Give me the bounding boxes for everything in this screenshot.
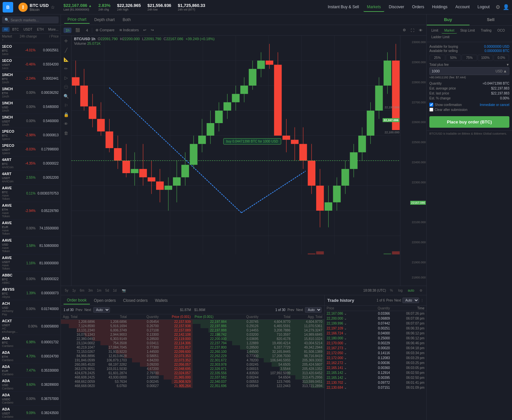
ob-prev-right[interactable]: Prev [287,308,294,312]
tab-open-orders[interactable]: Open orders [91,297,119,304]
undo-btn[interactable]: ↩ [142,27,148,33]
bid-row[interactable]: 22,200.000 0.03695 820.4178 15,810.1024 [193,337,324,341]
place-order-button[interactable]: Place buy order (BTC) [429,116,509,128]
th-row[interactable]: 22,165.142 ⌄ 0.12914 06:02:50 pm [325,370,426,375]
ask-row[interactable]: 260,065.4520 68,197.3282 3.09200 22,056.… [61,362,193,367]
filter-eth[interactable]: ETH [35,27,45,32]
ask-row[interactable]: 7,124.8590 5,916.1694 0.26700 22,157.938 [61,324,193,328]
market-item[interactable]: 1ECO USDT 1eco -0.46% 0.5554200 [0,57,61,71]
market-item[interactable]: ADA EUR Cardano 7.47% 0.35330000 [0,363,61,378]
market-item[interactable]: 4ART USDT 4ArtCoin 2.55% 0.0052200 [0,171,61,185]
nav-instant-buy[interactable]: Instant Buy & Sell [324,3,362,12]
tf-1h[interactable]: 1h [64,28,71,33]
filter-more[interactable]: More... [46,27,60,32]
th-row[interactable]: 22,200.000 ⌄ 0.06809 06:07:08 pm [325,316,426,321]
period-6m[interactable]: 6m [78,288,86,293]
auto-btn[interactable]: auto [407,288,416,293]
pct-50[interactable]: 50% [446,55,461,61]
draw-tool-10[interactable]: 🗑 [62,129,70,137]
period-3m[interactable]: 3m [87,288,94,293]
draw-tool-8[interactable]: 🔒 [62,111,70,118]
order-type-limit[interactable]: Limit [429,28,441,34]
bid-row[interactable]: 22,351.696 0.00546 122.2443 313,721.2894 [193,384,324,388]
th-prev[interactable]: Prev [386,299,393,302]
settings-icon[interactable]: ⚙ [496,4,500,10]
nav-logout[interactable]: Logout [474,3,493,12]
crosshair-tool[interactable]: ✛ [62,37,70,45]
market-item[interactable]: 1PECO BTC 1peco -2.98% 0.0000813 [0,128,61,142]
th-row[interactable]: 22,130.702 ⌄ 0.09772 06:01:41 pm [325,380,426,385]
draw-line-tool[interactable]: ╱ [62,46,70,54]
th-row[interactable]: 22,180.000 ⌄ 0.25000 06:06:12 pm [325,336,426,341]
market-item[interactable]: AAVE BTC Aave Token 0.11% 0.0030370753 [0,185,61,202]
nav-discover[interactable]: Discover [386,3,408,12]
ask-row[interactable]: 22,380.0493 6,303.9149 0.28500 22,119.00… [61,337,193,341]
market-item[interactable]: ADA USDC Cardano 0.00% 0.36757000 [0,392,61,406]
col-price[interactable]: / Price [37,35,59,42]
market-item[interactable]: AAVE EUR Aave Token 0.00% 74.15500000 [0,220,61,237]
filter-btc[interactable]: BTC [10,27,21,32]
user-icon[interactable]: 👤 [503,4,509,10]
bid-row[interactable]: 22,237.800 0.28500 6,337.7729 49,342.294… [193,345,324,350]
market-item[interactable]: 1INCH BTC 1inch -2.24% 0.0002441 [0,71,61,86]
draw-tool-5[interactable]: ㊀ [62,83,70,91]
th-row[interactable]: 22,130.684 ⌄ 0.07151 06:01:09 pm [325,385,426,390]
bid-row[interactable]: 22,197.884 0.20745 4,604.9770 4,604.9770 [193,320,324,324]
buy-tab[interactable]: Buy [427,14,470,25]
market-item[interactable]: 1ECO BTC 1eco -4.01% 0.0002561 [0,43,61,57]
ask-row[interactable]: 424,678.2425 61,601.2874 2.79700 22,024.… [61,371,193,375]
bid-row[interactable]: 22,303.978 0.00245 54.6505 205,424.5807 [193,362,324,367]
th-row[interactable]: 22,197.109 ⌄ 0.00251 06:06:33 pm [325,326,426,331]
pct-0[interactable]: 0.0% [494,55,509,61]
avail-sell-val[interactable]: 0.00000000 BTC [484,49,509,53]
total-dropdown-icon[interactable]: ▼ [506,63,509,66]
ask-row[interactable]: 363,076.9551 103,011.5030 4.67200 22,048… [61,367,193,371]
draw-tool-9[interactable]: 👁 [62,120,70,128]
pct-75[interactable]: 75% [462,55,477,61]
market-item[interactable]: ADA USD Cardano 9.60% 0.38289000 [0,378,61,392]
th-next[interactable]: Next [394,299,401,302]
nav-orders[interactable]: Orders [409,3,428,12]
chart-area[interactable]: BTC/USD 1h O22091.790 H22200.000 L22091.… [71,36,400,286]
order-type-oco[interactable]: OCO [495,28,508,34]
tab-order-book[interactable]: Order book [64,297,90,304]
ob-auto-select[interactable]: Auto [93,307,110,313]
market-item[interactable]: 1INCH USDT 1inch 0.00% 0.5460000 [0,114,61,128]
total-stepper-up[interactable]: ▲ [503,69,507,73]
nav-account[interactable]: Account [452,3,473,12]
ask-row[interactable]: 84,966.8896 12,813.8628 0.58051 22,073.3… [61,354,193,358]
tab-price-chart[interactable]: Price chart [64,16,90,24]
ob-auto-select-right[interactable]: Auto [305,307,322,313]
bid-row[interactable]: 22,326.971 0.00015 3.5544 205,428.1352 [193,367,324,371]
market-item[interactable]: ADA USDT Cardano 9.09% 0.38243500 [0,406,61,420]
th-row[interactable]: 22,165.141 ⌄ 0.00360 06:03:05 pm [325,365,426,370]
redo-btn[interactable]: ↪ [149,27,155,33]
ask-row[interactable]: 1,208.6896 1,208.6896 0.05454 22,157.939 [61,320,193,324]
market-item[interactable]: 4ART BTC 4ArtCoin -4.35% 0.0000022 [0,156,61,171]
ask-row[interactable]: 13,131.2340 6,006.3749 0.27108 22,157.08… [61,328,193,332]
th-row[interactable]: 22,172.000 ⌄ 0.12083 06:03:29 pm [325,355,426,360]
tab-both[interactable]: Both [119,16,134,23]
period-1m[interactable]: 1m [95,288,103,293]
immediate-cancel-link[interactable]: Immediate or cancel [480,103,509,107]
tab-closed-orders[interactable]: Closed orders [120,297,151,304]
nav-markets[interactable]: Markets [364,3,384,12]
market-item[interactable]: AAVE ETH Aave Token -2.94% 0.05229780 [0,202,61,220]
bid-row[interactable]: 22,198.742 0.03200 710.3597 14,989.6845 [193,332,324,337]
th-row[interactable]: 22,199.996 ⌄ 0.07442 06:07:07 pm [325,321,426,326]
bid-row[interactable]: 22,197.886 0.29126 6,465.5591 11,070.536… [193,324,324,328]
tab-depth-chart[interactable]: Depth chart [91,16,118,23]
market-item[interactable]: 1INCH USD 1inch 0.00% 0.5480000 [0,100,61,114]
period-5y[interactable]: 5y [64,288,70,293]
compare-btn[interactable]: ⊕ Compare [94,27,116,33]
market-item[interactable]: ACXT USDT AC eXchange... 0.00% 0.0005800… [0,318,61,335]
sell-tab[interactable]: Sell [470,14,512,25]
th-row[interactable]: 22,166.724 ⌄ 0.04000 06:06:12 pm [325,331,426,336]
show-confirm-checkbox[interactable] [429,103,433,107]
bid-row[interactable]: 22,260.100 1.44500 32,165.8445 81,508.13… [193,350,324,354]
draw-tool-7[interactable]: ⚐ [62,101,70,109]
bid-row[interactable]: 22,340.037 0.00553 123.7495 313,599.0451 [193,380,324,384]
clear-after-checkbox[interactable] [429,108,433,112]
pct-btn[interactable]: log [397,288,404,293]
period-5d[interactable]: 5d [104,288,110,293]
